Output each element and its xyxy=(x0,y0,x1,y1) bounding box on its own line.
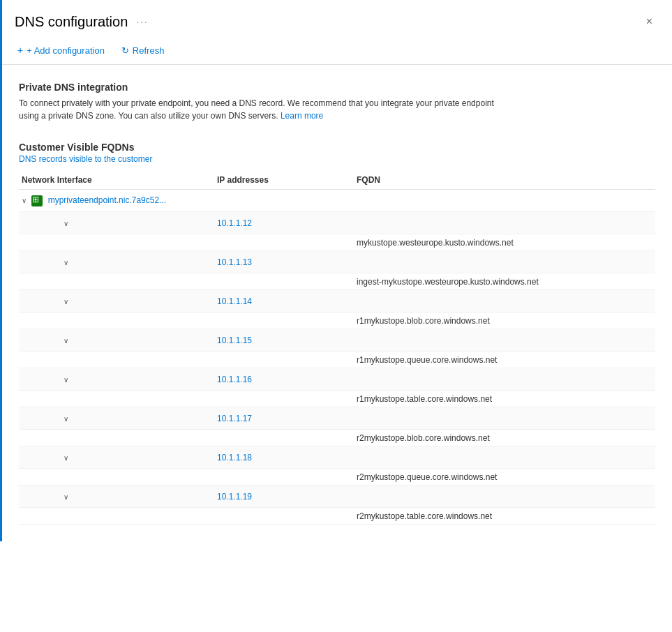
fqdn-row-network-empty xyxy=(19,474,214,480)
table-row: mykustope.westeurope.kusto.windows.net xyxy=(19,234,655,251)
row-ip-cell: 10.1.1.13 xyxy=(214,255,354,270)
chevron-down-icon[interactable]: ∨ xyxy=(64,376,68,384)
col-header-ip: IP addresses xyxy=(214,175,354,185)
row-network-cell: ∨ xyxy=(19,489,214,504)
row-ip-cell: 10.1.1.16 xyxy=(214,372,354,387)
table-row: ∨ 10.1.1.12 xyxy=(19,212,655,234)
chevron-down-icon[interactable]: ∨ xyxy=(64,298,68,306)
row-fqdn-empty xyxy=(354,220,655,226)
row-ip-cell: 10.1.1.19 xyxy=(214,489,354,504)
fqdn-section-subtitle: DNS records visible to the customer xyxy=(19,154,655,164)
row-fqdn-empty xyxy=(354,338,655,343)
fqdn-row-ip-empty xyxy=(214,279,354,285)
nic-icon xyxy=(31,195,43,206)
chevron-down-icon[interactable]: ∨ xyxy=(64,220,68,227)
row-ip-cell: 10.1.1.12 xyxy=(214,216,354,231)
fqdn-row-network-empty xyxy=(19,396,214,402)
refresh-button[interactable]: ↻ Refresh xyxy=(119,44,167,57)
row-fqdn-cell: r1mykustope.blob.core.windows.net xyxy=(354,313,655,329)
fqdn-row-network-empty xyxy=(19,240,214,246)
table-row: ∨ 10.1.1.15 xyxy=(19,329,655,352)
row-fqdn-cell: r2mykustope.blob.core.windows.net xyxy=(354,430,655,446)
table-row: ∨ 10.1.1.19 xyxy=(19,486,655,508)
chevron-down-icon[interactable]: ∨ xyxy=(64,337,68,345)
fqdn-row-network-empty xyxy=(19,513,214,519)
row-fqdn-cell: r2mykustope.queue.core.windows.net xyxy=(354,469,655,485)
private-dns-title: Private DNS integration xyxy=(19,82,655,93)
table-row: ∨ 10.1.1.14 xyxy=(19,290,655,313)
panel-title-dots: ··· xyxy=(136,16,149,27)
row-fqdn-cell: r1mykustope.queue.core.windows.net xyxy=(354,352,655,368)
row-fqdn-cell: ingest-mykustope.westeurope.kusto.window… xyxy=(354,274,655,289)
add-icon: + xyxy=(17,45,23,56)
table-row: r1mykustope.queue.core.windows.net xyxy=(19,352,655,368)
row-network-cell: ∨ xyxy=(19,216,214,231)
chevron-down-icon[interactable]: ∨ xyxy=(64,493,68,501)
add-configuration-label: + Add configuration xyxy=(27,45,105,56)
chevron-down-icon[interactable]: ∨ xyxy=(64,415,68,423)
col-header-fqdn: FQDN xyxy=(354,175,655,185)
add-configuration-button[interactable]: + + Add configuration xyxy=(15,43,107,57)
row-network-cell: ∨ xyxy=(19,294,214,309)
fqdn-section-title: Customer Visible FQDNs xyxy=(19,142,655,153)
row-fqdn-empty xyxy=(354,416,655,421)
data-rows-container: ∨ 10.1.1.12 mykustope.westeurope.kusto.w… xyxy=(19,212,655,525)
table-header: Network Interface IP addresses FQDN xyxy=(19,171,655,190)
fqdn-row-ip-empty xyxy=(214,240,354,246)
table-row: r2mykustope.blob.core.windows.net xyxy=(19,430,655,446)
col-header-network: Network Interface xyxy=(19,175,214,185)
row-ip-cell: 10.1.1.15 xyxy=(214,333,354,348)
fqdn-section: Customer Visible FQDNs DNS records visib… xyxy=(19,142,655,525)
toolbar: + + Add configuration ↻ Refresh xyxy=(2,39,672,65)
row-ip-cell: 10.1.1.18 xyxy=(214,450,354,465)
table-row: ∨ 10.1.1.17 xyxy=(19,407,655,430)
table-row: ∨ 10.1.1.18 xyxy=(19,446,655,469)
row-fqdn-cell: r2mykustope.table.core.windows.net xyxy=(354,509,655,524)
private-dns-section: Private DNS integration To connect priva… xyxy=(19,82,655,122)
row-network-cell: ∨ xyxy=(19,255,214,270)
row-fqdn-empty xyxy=(354,259,655,265)
table-row: r1mykustope.table.core.windows.net xyxy=(19,391,655,407)
table-row: r2mykustope.table.core.windows.net xyxy=(19,508,655,525)
fqdn-row-ip-empty xyxy=(214,396,354,402)
learn-more-link[interactable]: Learn more xyxy=(281,111,323,121)
panel-title: DNS configuration xyxy=(15,14,128,30)
close-button[interactable]: × xyxy=(643,13,655,31)
refresh-icon: ↻ xyxy=(121,45,129,56)
row-fqdn-empty xyxy=(354,455,655,460)
dns-configuration-panel: DNS configuration ··· × + + Add configur… xyxy=(0,0,672,541)
row-fqdn-cell: r1mykustope.table.core.windows.net xyxy=(354,391,655,407)
nic-name: myprivateendpoint.nic.7a9c52... xyxy=(48,195,166,205)
fqdn-row-network-empty xyxy=(19,279,214,285)
nic-ip-empty xyxy=(214,198,354,204)
table-row: r1mykustope.blob.core.windows.net xyxy=(19,313,655,329)
fqdn-row-network-empty xyxy=(19,318,214,324)
row-fqdn-empty xyxy=(354,494,655,499)
nic-cell: ∨ myprivateendpoint.nic.7a9c52... xyxy=(19,193,214,209)
nic-row: ∨ myprivateendpoint.nic.7a9c52... xyxy=(19,190,655,212)
fqdn-row-network-empty xyxy=(19,435,214,441)
panel-content: Private DNS integration To connect priva… xyxy=(2,65,672,541)
chevron-down-icon[interactable]: ∨ xyxy=(22,197,27,204)
description-text: To connect privately with your private e… xyxy=(19,98,494,121)
fqdn-row-ip-empty xyxy=(214,513,354,519)
panel-header: DNS configuration ··· × xyxy=(2,0,672,39)
private-dns-description: To connect privately with your private e… xyxy=(19,97,507,122)
row-ip-cell: 10.1.1.14 xyxy=(214,294,354,309)
chevron-down-icon[interactable]: ∨ xyxy=(64,259,68,266)
fqdn-table: Network Interface IP addresses FQDN ∨ my… xyxy=(19,171,655,525)
row-fqdn-empty xyxy=(354,377,655,382)
fqdn-row-ip-empty xyxy=(214,357,354,363)
table-row: ∨ 10.1.1.16 xyxy=(19,368,655,391)
nic-fqdn-empty xyxy=(354,198,655,204)
row-network-cell: ∨ xyxy=(19,411,214,426)
table-row: ∨ 10.1.1.13 xyxy=(19,251,655,273)
row-fqdn-cell: mykustope.westeurope.kusto.windows.net xyxy=(354,235,655,250)
chevron-down-icon[interactable]: ∨ xyxy=(64,454,68,462)
fqdn-row-ip-empty xyxy=(214,435,354,441)
refresh-label: Refresh xyxy=(133,45,165,56)
row-network-cell: ∨ xyxy=(19,372,214,387)
table-row: r2mykustope.queue.core.windows.net xyxy=(19,469,655,486)
row-fqdn-empty xyxy=(354,299,655,304)
fqdn-row-ip-empty xyxy=(214,318,354,324)
